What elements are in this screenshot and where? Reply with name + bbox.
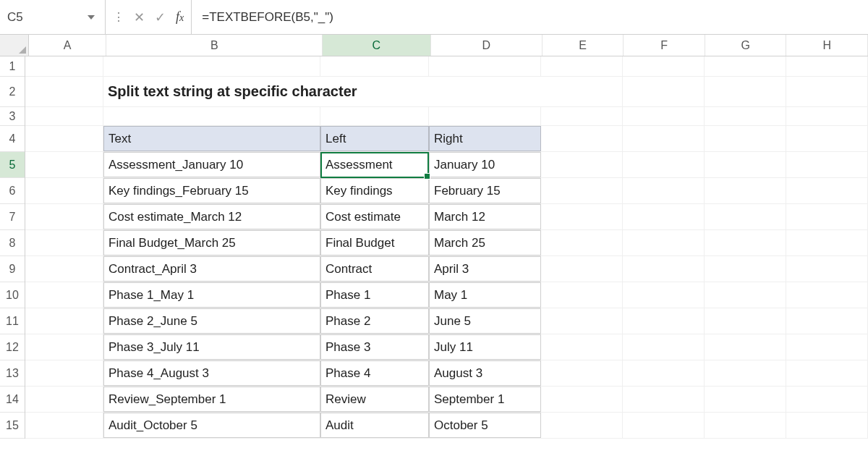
cell-A1[interactable]	[25, 56, 103, 76]
cell-A5[interactable]	[25, 152, 103, 177]
cell-H2[interactable]	[786, 77, 868, 106]
cell-B1[interactable]	[103, 56, 320, 76]
cell-H3[interactable]	[786, 107, 868, 125]
cell-B7[interactable]: Cost estimate_March 12	[103, 204, 320, 229]
cell-H13[interactable]	[786, 360, 868, 386]
cell-D1[interactable]	[429, 56, 541, 76]
row-header-2[interactable]: 2	[0, 77, 25, 107]
select-all-corner[interactable]	[0, 35, 29, 56]
cell-C9[interactable]: Contract	[320, 256, 429, 282]
table-header-text[interactable]: Text	[103, 126, 320, 151]
cell-G12[interactable]	[705, 334, 786, 360]
cell-H9[interactable]	[786, 256, 868, 282]
cell-C5[interactable]: Assessment	[320, 152, 429, 177]
cell-A6[interactable]	[25, 178, 103, 203]
cell-E9[interactable]	[541, 256, 623, 282]
row-header-11[interactable]: 11	[0, 308, 25, 334]
cell-G9[interactable]	[705, 256, 786, 282]
cell-H8[interactable]	[786, 230, 868, 256]
row-header-15[interactable]: 15	[0, 413, 25, 439]
row-header-7[interactable]: 7	[0, 204, 25, 230]
col-header-E[interactable]: E	[542, 35, 624, 56]
col-header-D[interactable]: D	[431, 35, 542, 56]
cell-A2[interactable]	[25, 77, 103, 106]
cell-F1[interactable]	[623, 56, 705, 76]
cell-A9[interactable]	[25, 256, 103, 282]
row-header-4[interactable]: 4	[0, 126, 25, 152]
cell-A14[interactable]	[25, 387, 103, 412]
cell-G10[interactable]	[705, 282, 786, 308]
chevron-down-icon[interactable]	[88, 15, 95, 20]
cell-E15[interactable]	[541, 413, 623, 438]
page-title[interactable]: Split text string at specific character	[103, 77, 541, 106]
cell-F3[interactable]	[623, 107, 705, 125]
cell-H12[interactable]	[786, 334, 868, 360]
cell-C1[interactable]	[320, 56, 429, 76]
cell-B9[interactable]: Contract_April 3	[103, 256, 320, 282]
cell-G4[interactable]	[705, 126, 786, 151]
cell-C8[interactable]: Final Budget	[320, 230, 429, 256]
col-header-A[interactable]: A	[29, 35, 107, 56]
row-header-13[interactable]: 13	[0, 360, 25, 387]
col-header-G[interactable]: G	[705, 35, 787, 56]
accept-icon[interactable]: ✓	[155, 9, 166, 25]
cell-C11[interactable]: Phase 2	[320, 308, 429, 334]
cell-D7[interactable]: March 12	[429, 204, 541, 229]
cell-D3[interactable]	[429, 107, 541, 125]
cell-C13[interactable]: Phase 4	[320, 360, 429, 386]
row-header-9[interactable]: 9	[0, 256, 25, 282]
cell-E13[interactable]	[541, 360, 623, 386]
row-header-10[interactable]: 10	[0, 282, 25, 308]
col-header-B[interactable]: B	[106, 35, 323, 56]
cell-G11[interactable]	[705, 308, 786, 334]
cell-H5[interactable]	[786, 152, 868, 177]
cell-A3[interactable]	[25, 107, 103, 125]
cell-A15[interactable]	[25, 413, 103, 438]
cell-C12[interactable]: Phase 3	[320, 334, 429, 360]
cell-F7[interactable]	[623, 204, 705, 229]
cell-G1[interactable]	[705, 56, 786, 76]
cell-E10[interactable]	[541, 282, 623, 308]
cell-G14[interactable]	[705, 387, 786, 412]
cell-F10[interactable]	[623, 282, 705, 308]
cell-E14[interactable]	[541, 387, 623, 412]
cell-F15[interactable]	[623, 413, 705, 438]
cell-H4[interactable]	[786, 126, 868, 151]
cell-D12[interactable]: July 11	[429, 334, 541, 360]
cell-B12[interactable]: Phase 3_July 11	[103, 334, 320, 360]
cell-A13[interactable]	[25, 360, 103, 386]
cell-G7[interactable]	[705, 204, 786, 229]
cell-C6[interactable]: Key findings	[320, 178, 429, 203]
cell-F5[interactable]	[623, 152, 705, 177]
cell-E2[interactable]	[541, 77, 623, 106]
row-header-6[interactable]: 6	[0, 178, 25, 204]
fx-icon[interactable]: fx	[176, 9, 184, 25]
cell-F11[interactable]	[623, 308, 705, 334]
cell-D9[interactable]: April 3	[429, 256, 541, 282]
cell-G2[interactable]	[705, 77, 786, 106]
cell-G8[interactable]	[705, 230, 786, 256]
cell-B14[interactable]: Review_September 1	[103, 387, 320, 412]
row-header-5[interactable]: 5	[0, 152, 25, 178]
cell-H6[interactable]	[786, 178, 868, 203]
cell-F6[interactable]	[623, 178, 705, 203]
cell-E4[interactable]	[541, 126, 623, 151]
cancel-icon[interactable]: ✕	[134, 9, 145, 25]
cell-C14[interactable]: Review	[320, 387, 429, 412]
cell-B3[interactable]	[103, 107, 320, 125]
cell-D5[interactable]: January 10	[429, 152, 541, 177]
cell-H1[interactable]	[786, 56, 868, 76]
cell-A7[interactable]	[25, 204, 103, 229]
table-header-left[interactable]: Left	[320, 126, 429, 151]
cell-F13[interactable]	[623, 360, 705, 386]
cell-D8[interactable]: March 25	[429, 230, 541, 256]
cell-E11[interactable]	[541, 308, 623, 334]
cell-D14[interactable]: September 1	[429, 387, 541, 412]
cell-A4[interactable]	[25, 126, 103, 151]
cell-B5[interactable]: Assessment_January 10	[103, 152, 320, 177]
cell-E3[interactable]	[541, 107, 623, 125]
cell-F4[interactable]	[623, 126, 705, 151]
cell-E7[interactable]	[541, 204, 623, 229]
row-header-1[interactable]: 1	[0, 56, 25, 77]
cell-B13[interactable]: Phase 4_August 3	[103, 360, 320, 386]
